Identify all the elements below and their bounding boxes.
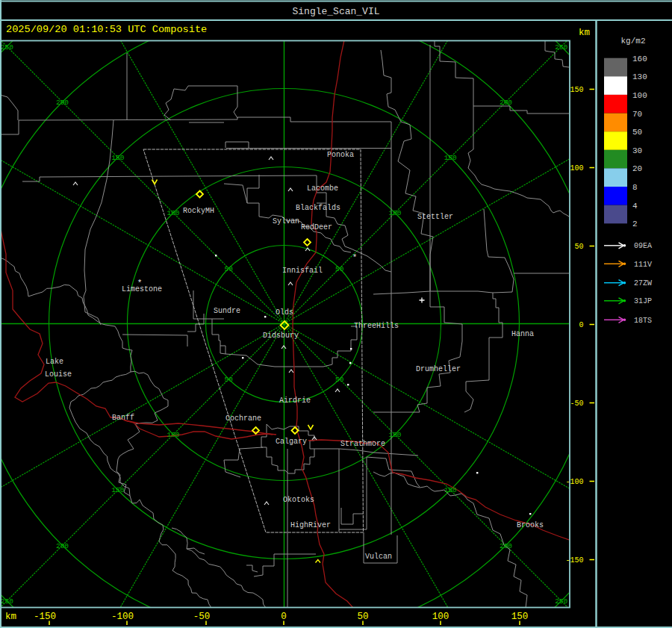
svg-text:100: 100: [167, 431, 179, 439]
svg-text:2025/09/20 01:10:53 UTC Compos: 2025/09/20 01:10:53 UTC Composite: [6, 24, 207, 35]
svg-text:30: 30: [632, 146, 642, 155]
svg-text:Strathmore: Strathmore: [340, 440, 385, 448]
svg-text:Sundre: Sundre: [214, 307, 240, 315]
svg-text:160: 160: [632, 55, 647, 63]
svg-text:250: 250: [555, 597, 567, 606]
svg-text:RockyMH: RockyMH: [183, 207, 214, 215]
svg-text:Didsbury: Didsbury: [263, 332, 299, 340]
svg-text:Calgary: Calgary: [276, 438, 307, 446]
svg-text:4: 4: [632, 202, 638, 211]
svg-text:kg/m2: kg/m2: [620, 37, 645, 46]
svg-text:Vulcan: Vulcan: [365, 553, 392, 561]
svg-text:150: 150: [511, 612, 529, 622]
svg-text:250: 250: [555, 43, 567, 52]
svg-text:-100: -100: [565, 478, 583, 486]
svg-text:100: 100: [432, 612, 449, 622]
svg-text:Louise: Louise: [45, 370, 72, 379]
svg-text:150: 150: [111, 154, 124, 162]
svg-text:km: km: [579, 28, 590, 38]
svg-text:100: 100: [167, 209, 179, 217]
svg-text:250: 250: [1, 597, 13, 606]
svg-text:111V: 111V: [634, 261, 652, 269]
svg-text:Cochrane: Cochrane: [225, 414, 261, 423]
svg-text:70: 70: [632, 110, 642, 119]
svg-text:100: 100: [388, 431, 401, 439]
svg-text:Sylvan: Sylvan: [273, 217, 299, 226]
svg-text:Okotoks: Okotoks: [283, 496, 314, 504]
svg-text:Banff: Banff: [112, 414, 134, 422]
svg-text:RedDeer: RedDeer: [301, 223, 332, 231]
svg-text:HighRiver: HighRiver: [290, 521, 331, 529]
svg-text:200: 200: [500, 542, 512, 550]
svg-text:18TS: 18TS: [634, 317, 652, 325]
svg-text:200: 200: [500, 99, 512, 107]
svg-text:130: 130: [632, 72, 647, 81]
svg-text:Airdrie: Airdrie: [279, 397, 311, 405]
svg-text:27ZW: 27ZW: [634, 279, 652, 287]
svg-text:Blackfalds: Blackfalds: [296, 204, 340, 212]
svg-text:Brooks: Brooks: [517, 521, 544, 529]
svg-text:50: 50: [574, 243, 583, 251]
svg-text:Olds: Olds: [276, 308, 293, 317]
svg-text:-100: -100: [111, 612, 134, 622]
svg-text:50: 50: [335, 376, 344, 384]
svg-text:50: 50: [225, 265, 234, 273]
svg-text:Innisfail: Innisfail: [282, 267, 323, 275]
svg-text:100: 100: [570, 164, 583, 172]
svg-text:-50: -50: [570, 400, 583, 408]
svg-text:50: 50: [357, 612, 368, 622]
svg-text:km: km: [5, 612, 16, 622]
svg-text:0: 0: [281, 612, 287, 622]
svg-text:100: 100: [632, 91, 647, 100]
svg-text:50: 50: [335, 265, 344, 273]
svg-text:Lake: Lake: [46, 358, 63, 366]
svg-text:Single_Scan_VIL: Single_Scan_VIL: [292, 6, 379, 17]
svg-text:8: 8: [632, 183, 638, 192]
svg-text:*: *: [352, 253, 358, 262]
svg-text:20: 20: [632, 164, 642, 173]
svg-text:Hanna: Hanna: [511, 330, 534, 338]
svg-text:200: 200: [56, 99, 69, 107]
svg-text:150: 150: [111, 486, 124, 494]
svg-text:Stettler: Stettler: [417, 213, 453, 221]
svg-text:200: 200: [56, 542, 69, 550]
svg-text:150: 150: [444, 154, 457, 162]
svg-text:2: 2: [632, 220, 638, 228]
svg-text:150: 150: [444, 486, 457, 494]
svg-text:Limestone: Limestone: [122, 285, 162, 293]
svg-text:09EA: 09EA: [634, 242, 652, 250]
svg-text:50: 50: [225, 376, 234, 384]
svg-text:Drumheller: Drumheller: [416, 365, 461, 373]
svg-text:-150: -150: [34, 612, 56, 622]
svg-text:0: 0: [579, 321, 583, 329]
svg-text:150: 150: [570, 86, 583, 94]
svg-text:ThreeHills: ThreeHills: [354, 322, 399, 330]
svg-text:250: 250: [1, 43, 13, 52]
svg-text:-50: -50: [193, 612, 211, 622]
svg-text:Ponoka: Ponoka: [327, 151, 354, 159]
svg-text:100: 100: [388, 209, 401, 217]
svg-text:-150: -150: [565, 556, 583, 565]
svg-text:Lacombe: Lacombe: [307, 184, 338, 193]
svg-text:31JP: 31JP: [634, 297, 652, 305]
svg-text:50: 50: [632, 128, 642, 137]
